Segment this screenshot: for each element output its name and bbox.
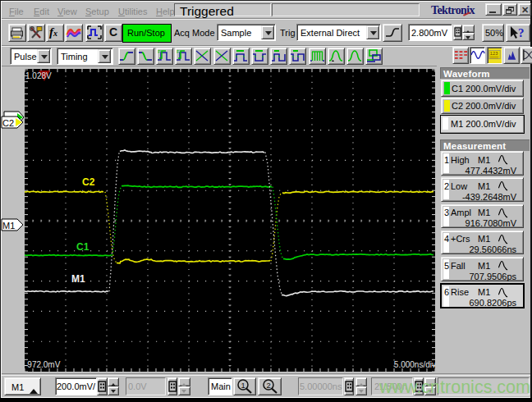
svg-text:M1: M1 (2, 221, 15, 231)
svg-text:123: 123 (489, 51, 497, 56)
svg-text:P: P (158, 49, 161, 54)
svg-text:5.000ns/div: 5.000ns/div (394, 360, 435, 369)
svg-text:-972.0mV: -972.0mV (25, 360, 61, 369)
svg-text:C1: C1 (76, 241, 89, 253)
svg-text:2: 2 (266, 381, 270, 390)
svg-text:C2: C2 (2, 118, 14, 128)
svg-text:C2: C2 (82, 176, 95, 188)
svg-text:F: F (177, 49, 180, 54)
svg-text:1.028V: 1.028V (25, 71, 52, 80)
svg-text:1: 1 (241, 381, 245, 390)
svg-text:M1: M1 (71, 273, 85, 285)
svg-text:?: ? (518, 26, 525, 39)
